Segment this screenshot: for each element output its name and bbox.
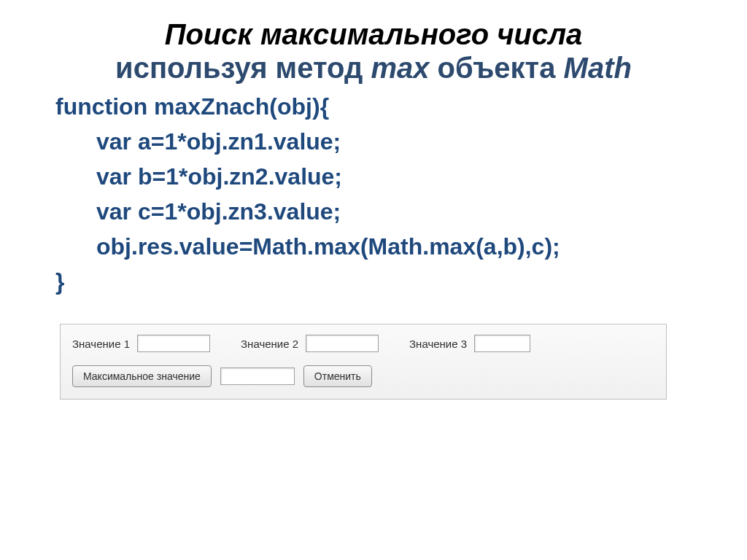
subtitle-italic-max: max (371, 52, 429, 84)
code-line-1: function maxZnach(obj){ (55, 89, 692, 124)
code-line-6: } (55, 264, 692, 299)
input-value-2[interactable] (306, 335, 379, 352)
code-line-2: var a=1*obj.zn1.value; (55, 124, 692, 159)
cancel-button[interactable]: Отменить (303, 365, 372, 387)
code-block: function maxZnach(obj){ var a=1*obj.zn1.… (55, 89, 692, 299)
input-value-3[interactable] (474, 335, 530, 352)
inputs-row: Значение 1 Значение 2 Значение 3 (72, 335, 654, 352)
code-line-5: obj.res.value=Math.max(Math.max(a,b),c); (55, 229, 692, 264)
label-value-1: Значение 1 (72, 338, 130, 350)
subtitle-text-1: используя метод (115, 52, 371, 84)
code-line-3: var b=1*obj.zn2.value; (55, 159, 692, 194)
buttons-row: Максимальное значение Отменить (72, 365, 654, 387)
subtitle-italic-math: Math (564, 52, 632, 84)
label-value-2: Значение 2 (241, 338, 298, 350)
input-value-1[interactable] (137, 335, 210, 352)
slide-subtitle: используя метод max объекта Math (55, 51, 692, 85)
slide-title: Поиск максимального числа (55, 18, 692, 51)
subtitle-text-2: объекта (429, 52, 563, 84)
label-value-3: Значение 3 (409, 338, 467, 350)
form-panel: Значение 1 Значение 2 Значение 3 Максима… (60, 324, 667, 400)
max-value-button[interactable]: Максимальное значение (72, 365, 212, 387)
code-line-4: var c=1*obj.zn3.value; (55, 194, 692, 229)
form-wrapper: Значение 1 Значение 2 Значение 3 Максима… (60, 324, 667, 400)
result-input[interactable] (220, 368, 295, 385)
